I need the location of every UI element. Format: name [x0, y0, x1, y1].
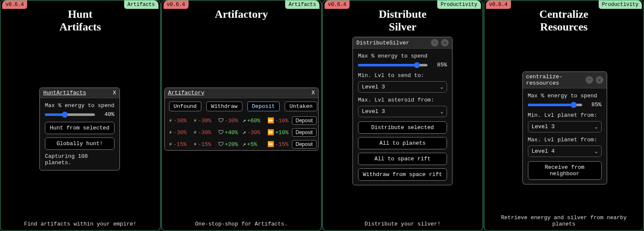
panel-title: DistributeSilver [356, 40, 409, 46]
stat-value: -10% [275, 118, 289, 124]
stat-value: +10% [275, 129, 289, 136]
ff-icon: ⏩ [267, 117, 274, 124]
hunt-panel: HuntArtifacts X Max % energy to spend 40… [39, 88, 120, 170]
tab-deposit[interactable]: Deposit [247, 102, 280, 111]
tab-row: UnfoundWithdrawDepositUntaken [165, 98, 319, 115]
ff-icon: ⏩ [267, 141, 274, 148]
arrow-icon: ↗ [243, 141, 246, 148]
deposit-row-button[interactable]: Deposit [292, 128, 317, 137]
withdraw-from-rift-button[interactable]: Withdraw from space rift [358, 168, 447, 181]
artifact-row: ⚡-30%⚡-30%🛡+40%↗-30%⏩+10%Deposit [165, 126, 319, 138]
distribute-selected-button[interactable]: Distribute selected [358, 121, 447, 134]
slider-value: 85% [586, 102, 602, 108]
stat-ff: ⏩-10% [267, 117, 288, 124]
close-icon[interactable]: X [311, 90, 315, 96]
stat-shield: 🛡-30% [218, 118, 239, 124]
slider-value: 85% [432, 62, 447, 68]
chevron-down-icon: ⌄ [595, 124, 598, 129]
category-badge: Artifacts [124, 0, 158, 9]
dblbolt-icon: ⚡ [194, 117, 197, 124]
minimize-icon[interactable]: − [586, 76, 593, 84]
stat-bolt: ⚡-30% [169, 129, 189, 136]
tab-untaken[interactable]: Untaken [285, 102, 317, 111]
min-level-select[interactable]: Level 3 ⌄ [528, 121, 602, 132]
arrow-icon: ↗ [243, 129, 246, 136]
deposit-row-button[interactable]: Deposit [292, 116, 317, 125]
status-text: Capturing 108 planets. [45, 153, 114, 166]
panel-header[interactable]: DistributeSilver − ✕ [353, 37, 452, 49]
stat-arrow: ↗+5% [243, 141, 263, 148]
energy-slider[interactable] [45, 113, 95, 116]
all-to-rift-button[interactable]: All to space rift [358, 153, 447, 165]
card-distribute-silver: v0.6.4 Productivity Distribute Silver Di… [322, 0, 483, 231]
stat-ff: ⏩+10% [267, 129, 288, 136]
stat-value: -30% [225, 118, 238, 124]
receive-neighbor-button[interactable]: Receive from neighboor [528, 161, 602, 180]
panel-title: HuntArtifacts [43, 90, 86, 96]
stat-value: -30% [173, 129, 186, 136]
hunt-selected-button[interactable]: Hunt from selected [45, 122, 114, 134]
card-title: Distribute Silver [379, 8, 427, 33]
close-icon[interactable]: ✕ [596, 76, 603, 84]
card-title: Hunt Artifacts [59, 8, 101, 33]
panel-header[interactable]: Artifactory X [165, 88, 319, 98]
tab-unfound[interactable]: Unfound [169, 102, 202, 111]
shield-icon: 🛡 [218, 129, 224, 136]
arrow-icon: ↗ [243, 117, 246, 124]
shield-icon: 🛡 [218, 141, 224, 148]
version-badge: v0.6.4 [2, 0, 27, 9]
category-badge: Productivity [437, 0, 480, 9]
card-centralize-resources: v0.6.4 Productivity Centralize Resources… [484, 0, 644, 231]
max-level-select[interactable]: Level 4 ⌄ [528, 146, 602, 157]
all-to-planets-button[interactable]: All to planets [358, 137, 447, 149]
card-footer: Retrieve energy and silver from nearby p… [484, 214, 644, 227]
bolt-icon: ⚡ [169, 117, 172, 124]
dblbolt-icon: ⚡ [194, 129, 197, 136]
stat-shield: 🛡+20% [218, 141, 239, 148]
artifact-row: ⚡-15%⚡-15%🛡+20%↗+5%⏩-15%Deposit [165, 138, 319, 150]
deposit-row-button[interactable]: Deposit [292, 140, 317, 148]
centralize-panel: centralize-ressources − ✕ Max % energy t… [522, 72, 607, 184]
stat-ff: ⏩-15% [267, 141, 288, 148]
card-footer: One-stop-shop for Artifacts. [162, 221, 322, 227]
stat-value: -15% [198, 141, 211, 148]
version-badge: v0.6.4 [486, 0, 511, 9]
close-icon[interactable]: ✕ [441, 39, 449, 47]
min-level-label: Min. Lvl planet from: [528, 112, 602, 118]
select-value: Level 4 [532, 148, 555, 154]
card-title: Centralize Resources [539, 8, 588, 33]
card-footer: Distribute your silver! [323, 221, 483, 227]
slider-label: Max % energy to spend [358, 53, 447, 59]
slider-label: Max % energy to spend [45, 102, 114, 109]
distribute-panel: DistributeSilver − ✕ Max % energy to spe… [353, 37, 452, 185]
max-level-select[interactable]: Level 3 ⌄ [358, 106, 447, 117]
panel-title: centralize-ressources [526, 74, 586, 86]
chevron-down-icon: ⌄ [595, 148, 598, 154]
stat-dblbolt: ⚡-30% [194, 129, 214, 136]
hunt-global-button[interactable]: Globally hunt! [45, 138, 114, 150]
panel-header[interactable]: HuntArtifacts X [40, 88, 119, 98]
tab-withdraw[interactable]: Withdraw [206, 102, 242, 111]
version-badge: v0.6.4 [325, 0, 350, 9]
panel-header[interactable]: centralize-ressources − ✕ [523, 72, 607, 88]
stat-value: +20% [225, 141, 238, 148]
stat-arrow: ↗+60% [243, 117, 263, 124]
category-badge: Productivity [599, 0, 642, 9]
ff-icon: ⏩ [267, 129, 274, 136]
energy-slider[interactable] [358, 64, 427, 66]
min-level-select[interactable]: Level 3 ⌄ [358, 81, 447, 93]
chevron-down-icon: ⌄ [440, 109, 443, 114]
stat-value: +60% [247, 118, 260, 124]
stat-value: -15% [275, 141, 289, 148]
max-level-label: Max. Lvl planet from: [528, 137, 602, 143]
max-level-label: Max. Lvl asteroid from: [358, 97, 447, 103]
close-icon[interactable]: X [113, 90, 116, 96]
card-hunt-artifacts: v0.6.4 Artifacts Hunt Artifacts HuntArti… [0, 0, 161, 231]
category-badge: Artifacts [285, 0, 319, 9]
stat-value: -30% [198, 118, 211, 124]
chevron-down-icon: ⌄ [440, 84, 443, 90]
stat-value: +40% [225, 129, 238, 136]
minimize-icon[interactable]: − [431, 39, 439, 47]
stat-value: -30% [173, 118, 186, 124]
energy-slider[interactable] [528, 104, 582, 106]
